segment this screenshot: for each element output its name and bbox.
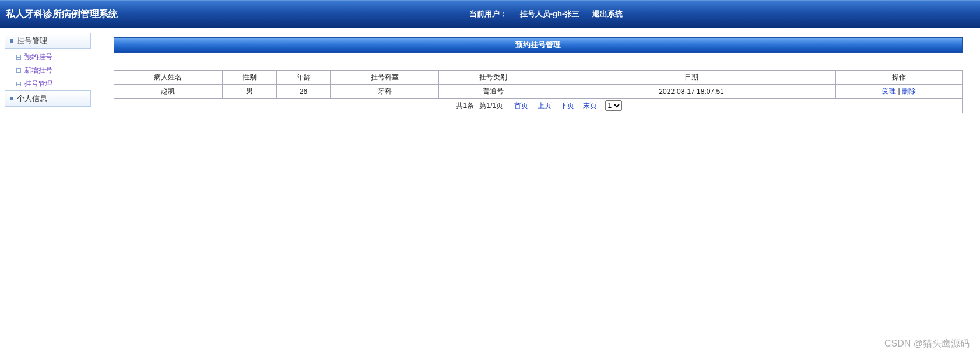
table-row: 赵凯 男 26 牙科 普通号 2022-08-17 18:07:51 受理 | …	[114, 85, 963, 99]
col-gender: 性别	[222, 71, 276, 85]
pager-page: 第1/1页	[479, 102, 503, 110]
sidebar-item-label: 预约挂号	[24, 52, 52, 62]
sidebar-item-appointment[interactable]: 预约挂号	[5, 50, 91, 64]
header-user-area: 当前用户： 挂号人员-gh-张三 退出系统	[118, 9, 974, 19]
pager: 共1条 第1/1页 首页 上页 下页 末页 1	[118, 100, 958, 111]
user-info: 挂号人员-gh-张三	[520, 9, 580, 18]
sidebar-group-registration[interactable]: 挂号管理	[5, 33, 91, 49]
sidebar-group-label: 挂号管理	[17, 36, 47, 46]
bullet-icon	[10, 39, 13, 43]
col-date: 日期	[547, 71, 835, 85]
cell-date: 2022-08-17 18:07:51	[547, 85, 835, 99]
col-dept: 挂号科室	[331, 71, 439, 85]
col-action: 操作	[836, 71, 963, 85]
pager-row: 共1条 第1/1页 首页 上页 下页 末页 1	[114, 99, 963, 113]
pager-prev[interactable]: 上页	[538, 102, 552, 110]
pager-next[interactable]: 下页	[560, 102, 574, 110]
sidebar: 挂号管理 预约挂号 新增挂号 挂号管理 个人信息	[0, 28, 96, 355]
current-user-label: 当前用户：	[469, 9, 507, 18]
sidebar-group-label: 个人信息	[17, 93, 47, 104]
registration-table: 病人姓名 性别 年龄 挂号科室 挂号类别 日期 操作 赵凯 男 26 牙科	[114, 70, 963, 113]
action-accept[interactable]: 受理	[882, 87, 896, 95]
pager-last[interactable]: 末页	[583, 102, 597, 110]
logout-link[interactable]: 退出系统	[592, 9, 623, 18]
cell-gender: 男	[222, 85, 276, 99]
table-header-row: 病人姓名 性别 年龄 挂号科室 挂号类别 日期 操作	[114, 71, 963, 85]
panel-title: 预约挂号管理	[114, 37, 963, 53]
col-type: 挂号类别	[439, 71, 547, 85]
cell-type: 普通号	[439, 85, 547, 99]
pager-select[interactable]: 1	[605, 100, 622, 111]
tree-node-icon	[16, 68, 21, 73]
bullet-icon	[10, 97, 13, 100]
cell-dept: 牙科	[331, 85, 439, 99]
pager-total: 共1条	[456, 102, 474, 110]
tree-node-icon	[16, 55, 21, 60]
main-content: 预约挂号管理 病人姓名 性别 年龄 挂号科室 挂号类别 日期 操作	[96, 28, 980, 355]
action-delete[interactable]: 删除	[902, 87, 916, 95]
tree-node-icon	[16, 82, 21, 86]
pager-first[interactable]: 首页	[514, 102, 528, 110]
header-bar: 私人牙科诊所病例管理系统 当前用户： 挂号人员-gh-张三 退出系统	[0, 0, 980, 28]
cell-age: 26	[276, 85, 331, 99]
app-title: 私人牙科诊所病例管理系统	[6, 8, 118, 20]
col-age: 年龄	[276, 71, 331, 85]
sidebar-group-profile[interactable]: 个人信息	[5, 90, 91, 107]
sidebar-item-new-registration[interactable]: 新增挂号	[5, 64, 91, 77]
sidebar-item-registration-manage[interactable]: 挂号管理	[5, 77, 91, 90]
cell-name: 赵凯	[114, 85, 223, 99]
col-patient-name: 病人姓名	[114, 71, 223, 85]
sidebar-item-label: 挂号管理	[24, 79, 52, 89]
cell-actions: 受理 | 删除	[836, 85, 963, 99]
sidebar-item-label: 新增挂号	[24, 65, 52, 75]
